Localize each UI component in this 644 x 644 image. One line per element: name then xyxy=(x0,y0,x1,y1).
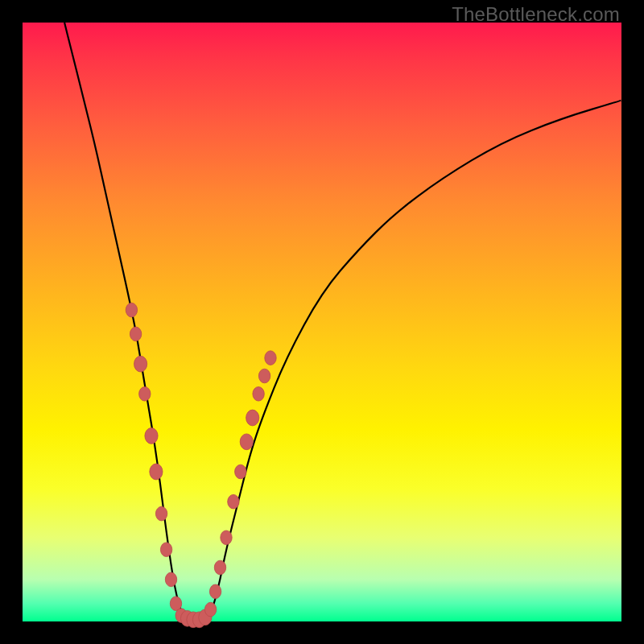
bead-marker xyxy=(165,572,176,587)
bead-marker xyxy=(204,602,216,617)
bead-marker xyxy=(134,356,147,372)
bead-marker xyxy=(209,584,221,599)
bead-marker xyxy=(126,303,137,317)
bead-marker xyxy=(235,464,246,479)
bead-marker xyxy=(246,410,259,426)
bead-marker xyxy=(145,428,158,444)
v-curve-line xyxy=(64,23,621,621)
bead-marker xyxy=(258,369,270,383)
beads-group xyxy=(126,303,276,627)
bead-marker xyxy=(221,530,232,545)
bead-marker xyxy=(160,543,171,557)
bead-marker xyxy=(253,387,264,402)
chart-svg xyxy=(23,23,621,621)
bead-marker xyxy=(265,351,276,365)
bead-marker xyxy=(214,560,225,575)
bead-marker xyxy=(240,434,253,450)
bead-marker xyxy=(139,387,151,402)
bead-marker xyxy=(150,464,163,480)
bead-marker xyxy=(155,506,167,521)
bead-marker xyxy=(228,494,239,509)
bead-marker xyxy=(130,327,141,341)
